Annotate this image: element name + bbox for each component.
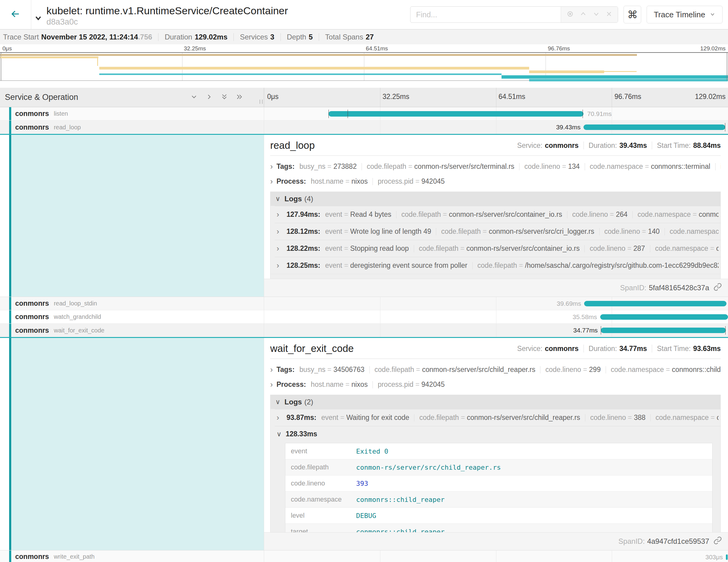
span-row-read-loop-stdin[interactable]: conmonrs read_loop_stdin 39.69ms [0,297,728,310]
back-button[interactable] [0,0,31,29]
expanded-log-entry: ∨ 128.33ms eventExited 0code.filepathcon… [275,426,720,532]
span-bar-cell[interactable]: 70.91ms [264,107,728,120]
log-row[interactable]: ›128.12ms:event = Wrote log line of leng… [275,223,720,240]
ruler-tick: 0μs [2,45,12,52]
span-duration-bar[interactable] [726,554,728,560]
span-row-read-loop[interactable]: conmonrs read_loop 39.43ms [0,121,728,134]
kv-field: code.filepath = conmon-rs/server/src/cri… [441,227,594,236]
chevron-right-icon: › [270,162,273,171]
log-row[interactable]: ›128.25ms:event = deregistering event so… [275,257,720,274]
expanded-log-header[interactable]: ∨ 128.33ms [277,430,719,438]
collapse-one-icon[interactable] [190,93,198,102]
field-equals: = [342,227,350,235]
span-row-listen[interactable]: conmonrs listen 70.91ms [0,107,728,121]
log-row[interactable]: ›93.87ms:event = Waiting for exit codeco… [275,409,720,426]
span-name-cell[interactable]: conmonrs wait_for_exit_code [0,324,264,337]
logs-section: ∨ Logs (4) ›127.94ms:event = Read 4 byte… [270,192,721,279]
span-id-row: SpanID: 5faf48165428c37a [264,279,728,297]
find-clear-icon[interactable] [605,10,613,19]
expand-one-icon[interactable] [206,93,213,102]
find-input[interactable] [410,7,561,22]
field-value: conmon-rs/server/src/container_io.rs [449,210,562,218]
summary-label: Services [240,33,268,41]
span-bar-cell[interactable]: 39.43ms [264,121,728,134]
field-value: 34506763 [333,366,364,373]
span-name-cell[interactable]: conmonrs read_loop [0,121,264,134]
field-equals: = [664,366,672,373]
keyboard-shortcuts-button[interactable]: ⌘ [624,6,641,23]
span-row-wait-for-exit-code[interactable]: conmonrs wait_for_exit_code 34.77ms [0,324,728,337]
log-field-key: code.filepath [291,463,356,471]
log-row[interactable]: ›127.94ms:event = Read 4 bytescode.filep… [275,206,720,223]
field-equals: = [342,244,350,252]
link-icon[interactable] [713,536,722,547]
tags-row[interactable]: › Tags: busy_ns = 34506763code.filepath … [270,365,721,374]
tags-row[interactable]: › Tags: busy_ns = 273882code.filepath = … [270,162,721,171]
process-row[interactable]: › Process: host.name = nixosprocess.pid … [270,380,721,389]
link-icon[interactable] [713,283,722,293]
span-bar-cell[interactable]: 303μs [264,550,728,562]
process-row[interactable]: › Process: host.name = nixosprocess.pid … [270,177,721,186]
span-row-write-exit-path[interactable]: conmonrs write_exit_path 303μs [0,550,728,562]
chevron-down-icon[interactable] [34,13,43,24]
log-field-key: code.namespace [291,496,356,503]
span-event-tick [583,110,583,118]
field-value: Wrote log line of length 49 [350,227,431,235]
field-key: host.name [311,177,343,185]
span-name-cell[interactable]: conmonrs listen [0,107,264,120]
operation-name: read_loop_stdin [54,300,97,307]
service-color-stripe [9,297,11,310]
field-value: 287 [633,244,645,252]
log-field-key: target [291,528,356,532]
field-key: process.pid [378,177,413,185]
span-detail-title: wait_for_exit_code [270,343,354,354]
span-duration-bar[interactable] [583,124,725,130]
field-equals: = [338,414,346,421]
field-key: code.namespace [670,227,719,235]
span-name-cell[interactable]: conmonrs write_exit_path [0,550,264,562]
logs-header[interactable]: ∨ Logs (4) [270,192,720,206]
trace-view-label: Trace Timeline [654,10,705,19]
operation-name: listen [54,110,68,117]
kv-field: code.lineno = 264 [572,210,628,219]
kv-field: code.filepath = conmon-rs/server/src/con… [401,210,562,219]
chevron-down-icon: ∨ [275,195,280,203]
span-name-cell[interactable]: conmonrs watch_grandchild [0,310,264,323]
trace-view-selector[interactable]: Trace Timeline [647,6,723,23]
focus-target-icon[interactable] [566,10,574,19]
span-name-cell[interactable]: conmonrs read_loop_stdin [0,297,264,310]
field-key: process.pid [378,380,413,388]
span-duration-bar[interactable] [600,314,728,320]
expand-all-icon[interactable] [236,93,243,102]
kv-field: code.namespace = co… [670,227,719,236]
span-bar-cell[interactable]: 39.69ms [264,297,728,310]
log-row[interactable]: ›128.22ms:event = Stopping read loopcode… [275,240,720,257]
span-duration-bar[interactable] [601,328,726,333]
minimap-span-bar [97,57,98,66]
span-event-tick [725,326,726,335]
collapse-all-icon[interactable] [221,93,228,102]
column-resize-grip[interactable] [260,100,263,104]
find-prev-icon[interactable] [579,10,587,19]
field-value: 942045 [421,177,445,185]
field-divider [650,245,650,252]
ruler-tick: 0μs [267,93,279,101]
summary-item: Services3 [240,33,274,41]
trace-minimap[interactable] [0,52,728,81]
logs-header[interactable]: ∨ Logs (2) [270,395,720,409]
span-bar-cell[interactable]: 35.58ms [264,310,728,323]
find-next-icon[interactable] [592,10,600,19]
span-duration-bar[interactable] [584,301,726,306]
kv-field: code.filepath = conmon-rs/server/src/chi… [419,414,580,422]
span-row-watch-grandchild[interactable]: conmonrs watch_grandchild 35.58ms [0,310,728,324]
span-duration-bar[interactable] [328,111,583,117]
span-detail-read-loop: read_loop Service:conmonrsDuration:39.43… [0,134,728,297]
field-equals: = [414,366,422,373]
chevron-right-icon: › [277,210,279,219]
field-value: 264 [616,210,628,218]
service-name: conmonrs [15,123,49,131]
operation-name: wait_for_exit_code [54,327,104,334]
meta-divider [583,345,584,353]
kv-field: process.pid = 942045 [378,380,445,389]
span-bar-cell[interactable]: 34.77ms [264,324,728,337]
